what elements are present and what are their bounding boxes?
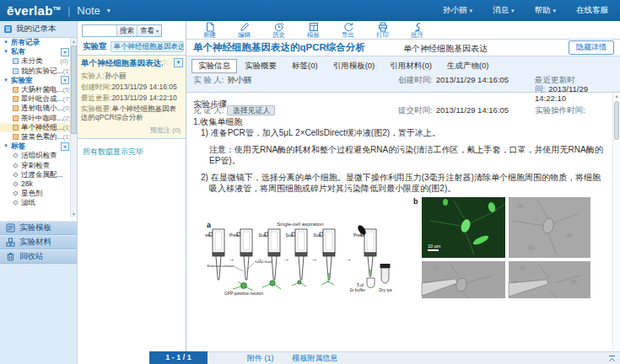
pipette-label: Pres. <box>205 233 212 238</box>
topbar: ēverlabTM | Note ▾ 孙小丽▾ 消息▾ 帮助▾ 在线客服 <box>0 0 620 21</box>
buffer-label: 2x buffer <box>349 288 365 292</box>
dry-ice-tube <box>381 268 389 283</box>
template-info-tab[interactable]: 模板附属信息 <box>293 353 338 364</box>
chevron-down-icon: ▾ <box>511 8 515 14</box>
toolbar-label: 新建 <box>203 32 216 39</box>
nav-experiment-templates[interactable]: 实验模板 <box>0 221 77 235</box>
tree-item-single-neuron[interactable]: 单个神经细...(1) <box>0 123 70 132</box>
tree-section-private[interactable]: ▼私有▼ <box>0 47 70 56</box>
view-label: 查看 <box>140 26 154 36</box>
view-dropdown[interactable]: 查看▾ <box>137 25 161 36</box>
item-label: 单个神经细... <box>21 123 63 132</box>
scrollbar-thumb[interactable] <box>614 101 619 140</box>
scroll-to-top-icon[interactable] <box>608 355 616 362</box>
created-line: 创建时间:2013/11/29 14:16:05 <box>81 83 182 92</box>
tab-experiment-info[interactable]: 实验信息 <box>191 59 237 73</box>
tree-tag-biopsy[interactable]: 活组织检查 <box>0 151 70 160</box>
online-support-link[interactable]: 在线客服 <box>576 5 608 16</box>
scroll-down-icon[interactable]: ▼ <box>71 211 77 217</box>
buffer-tube <box>367 278 375 288</box>
tag-icon <box>13 162 19 168</box>
section-dropdown-icon[interactable]: ▼ <box>61 142 69 151</box>
section-dropdown-icon[interactable]: ▼ <box>61 76 69 84</box>
sidebar: 我的记录本 ▼所有记录 ▼私有▼ 未分类(0) 我的实验记...(1) ▼实验室… <box>0 21 78 364</box>
item-count: (7) <box>63 94 70 104</box>
nav-recycle-bin[interactable]: 回收站 <box>0 249 77 264</box>
experiment-title[interactable]: 单个神经细胞基因表达... <box>81 58 164 69</box>
attachments-tab[interactable]: 附件 (1) <box>247 353 274 364</box>
star-icon[interactable]: ☆ <box>161 57 169 67</box>
print-button[interactable]: 打印 <box>365 21 400 40</box>
tree-item-tem[interactable]: 透射电镜小...(0) <box>0 104 70 113</box>
toolbar-label: 模板 <box>307 32 320 39</box>
scroll-up-icon[interactable]: ▲ <box>71 38 77 45</box>
volume-label: 5 μl <box>357 283 364 287</box>
tree-item-spinach-pigment[interactable]: 菠菜色素的...(1) <box>0 132 70 142</box>
tab-cited-templates[interactable]: 引用模板(0) <box>326 60 383 72</box>
annotation-count[interactable]: 预批注 (0) <box>81 126 182 135</box>
notebook-square-icon <box>13 96 19 102</box>
notebook-icon <box>3 24 13 34</box>
cell-body <box>527 245 535 250</box>
export-icon <box>343 22 353 32</box>
tree-tag-puncture[interactable]: 穿刺检查 <box>0 160 70 169</box>
tree-section-tags[interactable]: ▼标签▼ <box>0 142 70 151</box>
tree-tag-28k[interactable]: 28k <box>0 179 70 189</box>
detail-bottom-bar: 附件 (1) 模板附属信息 <box>186 351 620 364</box>
scrollbar-thumb[interactable] <box>71 46 77 134</box>
tab-cited-materials[interactable]: 引用材料(0) <box>382 60 439 72</box>
created-value: 2013/11/29 14:16:05 <box>111 83 176 91</box>
search-input[interactable] <box>83 25 116 36</box>
item-dropdown-icon[interactable]: ▼ <box>174 58 183 67</box>
arrow-right-icon: → <box>228 255 235 263</box>
edit-button[interactable]: 编辑 <box>227 21 261 40</box>
owner-line: 实验人:孙小丽 <box>81 72 182 81</box>
nav-experiment-materials[interactable]: 实验材料 <box>0 235 77 249</box>
chevron-down-icon[interactable]: ▾ <box>107 7 111 14</box>
tree-item-ecoli[interactable]: 大肠杆菌电...(5) <box>0 85 70 94</box>
tree-tag-chromogen[interactable]: 显色剂 <box>0 189 70 198</box>
item-label: 菠菜色素的... <box>21 132 63 142</box>
item-count: (1) <box>63 123 70 132</box>
annotate-button[interactable]: 批注 <box>400 21 434 40</box>
history-button[interactable]: 历史 <box>261 21 296 40</box>
neuron-residue <box>327 281 329 282</box>
template-button[interactable]: 模板 <box>296 21 331 40</box>
tab-tags[interactable]: 标签(0) <box>284 60 326 72</box>
pagination[interactable]: 1 - 1 / 1 <box>149 351 208 364</box>
hide-details-button[interactable]: 隐藏详情 <box>569 40 614 55</box>
trash-icon <box>6 252 15 261</box>
content-scrollbar[interactable]: ▲ <box>612 93 620 350</box>
arrow-right-icon: → <box>310 255 317 263</box>
tree-item-uncategorized[interactable]: 未分类(0) <box>0 56 70 66</box>
tree-tag-filter-paper[interactable]: 滤纸 <box>0 198 70 207</box>
tab-experiment-summary[interactable]: 实验概要 <box>237 60 284 72</box>
figure-b-microscopy-panels: b 10 μm <box>413 195 593 298</box>
section-dropdown-icon[interactable]: ▼ <box>61 48 69 56</box>
scope-filter-pill[interactable]: 单个神经细胞基因表达 <box>111 41 185 52</box>
printer-icon <box>378 22 388 32</box>
sidebar-scrollbar[interactable]: ▲ ▼ <box>70 38 77 217</box>
search-button[interactable]: 搜索 <box>116 25 137 36</box>
experiment-content[interactable]: 实验步骤 1.收集单细胞 1) 准备PCR管，加入5μL 2×CellsDire… <box>186 93 620 350</box>
help-menu[interactable]: 帮助▾ <box>534 5 556 16</box>
tree-item-tea-caffeine[interactable]: 茶叶中咖啡...(2) <box>0 114 70 123</box>
cell-body <box>570 280 576 284</box>
user-menu[interactable]: 孙小丽▾ <box>443 5 472 16</box>
pointer-line <box>235 267 244 271</box>
tree-section-all-records[interactable]: ▼所有记录 <box>0 38 70 47</box>
new-button[interactable]: 新建 <box>192 21 227 40</box>
messages-menu[interactable]: 消息▾ <box>493 5 515 16</box>
pencil-icon <box>240 22 250 32</box>
tab-products[interactable]: 生成产物(0) <box>439 60 497 72</box>
owner-value: 孙小丽 <box>105 72 127 80</box>
export-button[interactable]: 导出 <box>331 21 365 40</box>
tree-section-lab[interactable]: ▼实验室▼ <box>0 76 70 85</box>
search-row: 搜索 查看▾ <box>78 21 186 37</box>
experiment-list-item[interactable]: 单个神经细胞基因表达... ☆ ▼ 实验人:孙小丽 创建时间:2013/11/2… <box>78 55 186 139</box>
tree-tag-transition-metal[interactable]: 过渡金属配... <box>0 170 70 179</box>
product-name: Note <box>77 4 100 17</box>
scroll-up-icon[interactable]: ▲ <box>613 93 620 100</box>
tree-item-synthesis[interactable]: 翠叶吡合成...(7) <box>0 94 70 104</box>
tree-item-my-records[interactable]: 我的实验记...(1) <box>0 67 70 76</box>
